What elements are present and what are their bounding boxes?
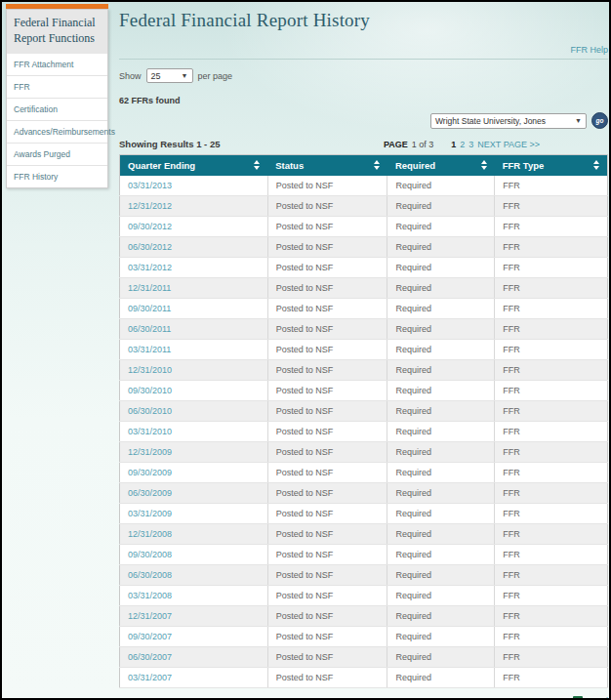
institution-select[interactable]: Wright State University, Jones ▼	[430, 113, 587, 129]
quarter-ending-link[interactable]: 06/30/2008	[128, 570, 172, 580]
required-cell: Required	[387, 340, 495, 360]
sidebar-item[interactable]: Awards Purged	[7, 143, 107, 165]
table-row: 03/31/2007 Posted to NSF Required FFR	[120, 668, 608, 688]
quarter-ending-link[interactable]: 03/31/2013	[128, 181, 172, 190]
quarter-ending-link[interactable]: 03/31/2009	[128, 509, 172, 518]
ffr-type-cell: FFR	[495, 668, 608, 688]
quarter-ending-link[interactable]: 12/31/2009	[128, 447, 172, 457]
status-cell: Posted to NSF	[267, 647, 387, 668]
table-row: 03/31/2009 Posted to NSF Required FFR	[120, 504, 608, 524]
show-per-page-row: Show 25 ▼ per page	[119, 68, 608, 83]
quarter-ending-link[interactable]: 12/31/2012	[128, 201, 172, 211]
quarter-ending-link[interactable]: 06/30/2009	[128, 488, 172, 498]
quarter-ending-link[interactable]: 09/30/2008	[128, 550, 172, 559]
required-cell: Required	[387, 442, 495, 463]
required-cell: Required	[387, 401, 495, 422]
main-content: Federal Financial Report History FFR Hel…	[119, 10, 608, 700]
status-cell: Posted to NSF	[267, 586, 387, 606]
sidebar-item[interactable]: Advances/Reimbursements	[7, 120, 107, 143]
ffr-type-cell: FFR	[495, 319, 608, 340]
ffr-type-cell: FFR	[495, 606, 608, 627]
quarter-ending-link[interactable]: 12/31/2007	[128, 611, 172, 621]
status-cell: Posted to NSF	[267, 360, 387, 381]
status-cell: Posted to NSF	[267, 340, 387, 360]
status-cell: Posted to NSF	[267, 606, 387, 627]
table-row: 09/30/2010 Posted to NSF Required FFR	[120, 381, 608, 401]
quarter-ending-link[interactable]: 09/30/2010	[128, 386, 172, 395]
quarter-ending-link[interactable]: 09/30/2011	[128, 304, 171, 313]
table-row: 12/31/2011 Posted to NSF Required FFR	[120, 278, 608, 299]
sidebar-item[interactable]: FFR	[7, 75, 107, 98]
table-row: 09/30/2007 Posted to NSF Required FFR	[120, 627, 608, 647]
quarter-ending-link[interactable]: 03/31/2011	[128, 345, 171, 354]
column-header-ffr-type[interactable]: FFR Type	[495, 155, 608, 176]
table-row: 06/30/2011 Posted to NSF Required FFR	[120, 319, 608, 340]
table-row: 09/30/2012 Posted to NSF Required FFR	[120, 217, 608, 237]
required-cell: Required	[387, 565, 495, 586]
quarter-ending-link[interactable]: 06/30/2007	[128, 652, 172, 662]
table-row: 12/31/2012 Posted to NSF Required FFR	[120, 196, 608, 217]
sidebar-title: Federal Financial Report Functions	[7, 10, 107, 54]
required-cell: Required	[387, 647, 495, 668]
quarter-ending-link[interactable]: 09/30/2012	[128, 222, 172, 231]
table-row: 12/31/2009 Posted to NSF Required FFR	[120, 442, 608, 463]
sort-icon[interactable]	[481, 160, 487, 170]
status-cell: Posted to NSF	[267, 401, 387, 422]
required-cell: Required	[387, 360, 495, 381]
column-header-required[interactable]: Required	[387, 155, 495, 176]
required-cell: Required	[387, 258, 495, 278]
quarter-ending-link[interactable]: 12/31/2008	[128, 529, 172, 539]
required-cell: Required	[387, 483, 495, 504]
sort-icon[interactable]	[593, 160, 599, 170]
quarter-ending-link[interactable]: 12/31/2010	[128, 365, 172, 375]
quarter-ending-link[interactable]: 03/31/2010	[128, 427, 172, 436]
table-row: 06/30/2009 Posted to NSF Required FFR	[120, 483, 608, 504]
column-header-quarter-ending[interactable]: Quarter Ending	[120, 155, 268, 176]
sort-icon[interactable]	[374, 160, 380, 170]
quarter-ending-link[interactable]: 06/30/2010	[128, 406, 172, 416]
table-row: 09/30/2011 Posted to NSF Required FFR	[120, 299, 608, 319]
required-cell: Required	[387, 319, 495, 340]
ffr-type-cell: FFR	[495, 647, 608, 668]
per-page-select[interactable]: 25 ▼	[146, 68, 193, 83]
quarter-ending-link[interactable]: 06/30/2012	[128, 242, 172, 252]
pagination-page-3-link[interactable]: 3	[468, 140, 473, 149]
sidebar-item[interactable]: FFR History	[7, 165, 107, 187]
sidebar-item[interactable]: FFR Attachment	[7, 54, 107, 75]
ffr-type-cell: FFR	[495, 545, 608, 565]
quarter-ending-link[interactable]: 03/31/2008	[128, 591, 172, 600]
excel-icon[interactable]	[573, 696, 583, 700]
column-header-status[interactable]: Status	[267, 155, 387, 176]
ffr-help-link[interactable]: FFR Help	[570, 45, 608, 55]
table-header-row: Quarter Ending Status Required	[120, 155, 608, 176]
ffr-type-cell: FFR	[495, 381, 608, 401]
ffr-type-cell: FFR	[495, 176, 608, 196]
sort-icon[interactable]	[254, 160, 260, 170]
ffr-history-page: Federal Financial Report Functions FFR A…	[0, 0, 611, 700]
required-cell: Required	[387, 545, 495, 565]
required-cell: Required	[387, 422, 495, 442]
export-excel-link[interactable]: Excel	[587, 696, 608, 700]
next-page-link[interactable]: NEXT PAGE >>	[477, 140, 540, 149]
pagination-page-2-link[interactable]: 2	[460, 140, 465, 149]
ffr-type-cell: FFR	[495, 483, 608, 504]
status-cell: Posted to NSF	[267, 504, 387, 524]
quarter-ending-link[interactable]: 12/31/2011	[128, 283, 171, 293]
column-label: FFR Type	[503, 160, 545, 171]
required-cell: Required	[387, 524, 495, 545]
ffr-history-table: Quarter Ending Status Required	[119, 154, 608, 688]
quarter-ending-link[interactable]: 09/30/2007	[128, 632, 172, 641]
quarter-ending-link[interactable]: 03/31/2012	[128, 263, 172, 272]
quarter-ending-link[interactable]: 09/30/2009	[128, 468, 172, 477]
go-button[interactable]: go	[591, 112, 608, 129]
status-cell: Posted to NSF	[267, 483, 387, 504]
sidebar-item[interactable]: Certification	[7, 98, 107, 120]
sidebar-box: Federal Financial Report Functions FFR A…	[6, 9, 108, 188]
table-row: 12/31/2010 Posted to NSF Required FFR	[120, 360, 608, 381]
quarter-ending-link[interactable]: 03/31/2007	[128, 673, 172, 682]
required-cell: Required	[387, 278, 495, 299]
page-word: PAGE	[384, 140, 408, 149]
per-page-value: 25	[151, 71, 161, 81]
table-row: 09/30/2009 Posted to NSF Required FFR	[120, 463, 608, 483]
quarter-ending-link[interactable]: 06/30/2011	[128, 324, 171, 334]
